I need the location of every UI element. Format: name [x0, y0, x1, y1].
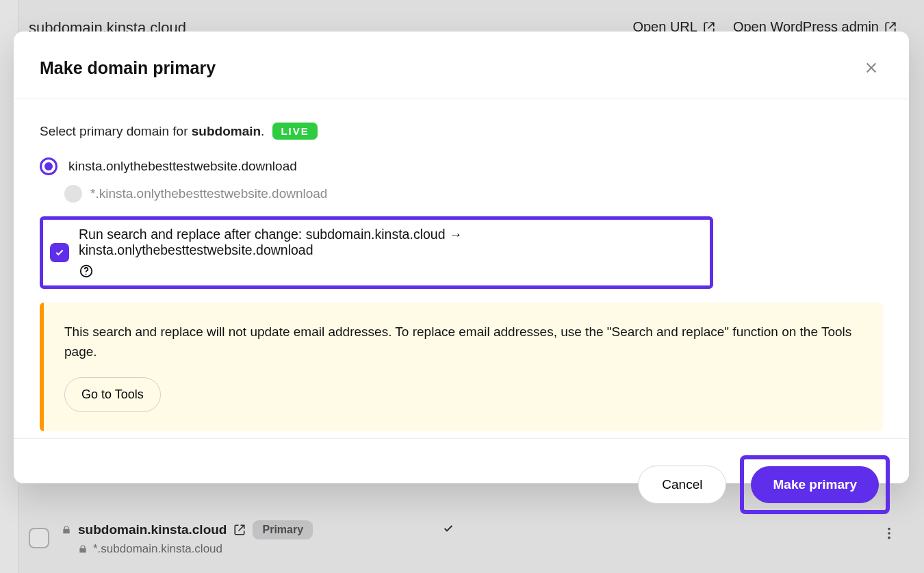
modal-overlay: Make domain primary Select primary domai…	[0, 0, 924, 573]
search-replace-checkbox[interactable]	[50, 243, 69, 262]
help-icon[interactable]	[79, 264, 94, 279]
domain-radio-group: kinsta.onlythebesttestwebsite.download *…	[40, 157, 883, 203]
domain-option-label: kinsta.onlythebesttestwebsite.download	[68, 159, 297, 174]
close-icon	[864, 60, 879, 75]
search-replace-option: Run search and replace after change: sub…	[40, 216, 713, 289]
domain-option-selected[interactable]: kinsta.onlythebesttestwebsite.download	[40, 157, 883, 175]
svg-point-4	[86, 274, 87, 275]
domain-wildcard-label: *.kinsta.onlythebesttestwebsite.download	[90, 186, 327, 201]
search-replace-label: Run search and replace after change: sub…	[79, 227, 700, 258]
modal-subhead: Select primary domain for subdomain. LIV…	[40, 123, 883, 140]
go-to-tools-button[interactable]: Go to Tools	[64, 377, 161, 412]
search-replace-notice: This search and replace will not update …	[40, 303, 883, 431]
notice-text: This search and replace will not update …	[64, 322, 862, 362]
make-primary-highlight: Make primary	[740, 455, 890, 514]
live-badge: LIVE	[272, 123, 317, 140]
subhead-site: subdomain	[192, 124, 261, 138]
radio-disabled-icon	[64, 185, 82, 203]
domain-option-wildcard: *.kinsta.onlythebesttestwebsite.download	[64, 185, 883, 203]
subhead-suffix: .	[261, 124, 264, 138]
cancel-button[interactable]: Cancel	[638, 466, 726, 504]
make-primary-modal: Make domain primary Select primary domai…	[14, 31, 909, 483]
modal-footer: Cancel Make primary	[14, 438, 909, 533]
subhead-prefix: Select primary domain for	[40, 124, 192, 138]
close-button[interactable]	[860, 56, 883, 79]
make-primary-button[interactable]: Make primary	[751, 466, 879, 503]
radio-selected-icon	[40, 157, 57, 175]
check-icon	[55, 248, 64, 257]
modal-title: Make domain primary	[40, 58, 216, 78]
